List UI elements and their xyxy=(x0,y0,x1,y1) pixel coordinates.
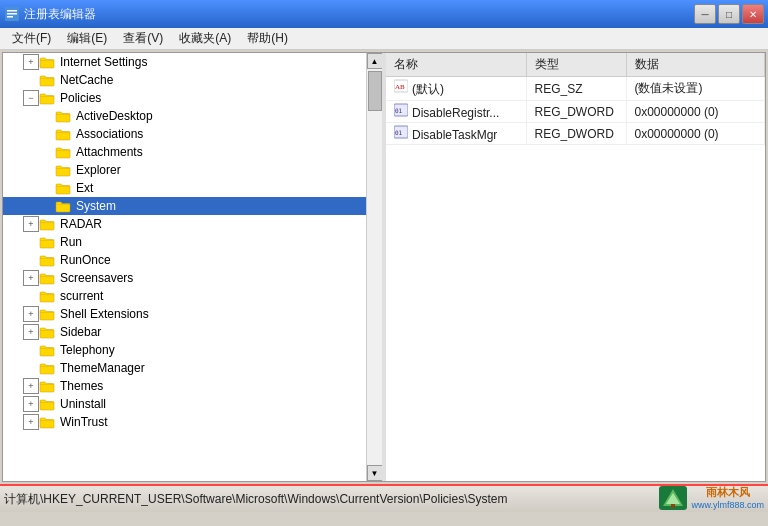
tree-item-runonce[interactable]: RunOnce xyxy=(3,251,366,269)
brand-text-container: 雨林木风 www.ylmf888.com xyxy=(691,485,764,510)
folder-icon-themes xyxy=(39,379,57,393)
tree-item-themes[interactable]: + Themes xyxy=(3,377,366,395)
reg-name-2: 01 DisableTaskMgr xyxy=(386,123,526,145)
expand-btn-policies[interactable]: − xyxy=(23,90,39,106)
tree-label-themes: Themes xyxy=(60,379,103,393)
folder-icon-system xyxy=(55,199,73,213)
tree-label-run: Run xyxy=(60,235,82,249)
col-data[interactable]: 数据 xyxy=(626,53,765,77)
col-type[interactable]: 类型 xyxy=(526,53,626,77)
folder-icon-explorer xyxy=(55,163,73,177)
scroll-thumb[interactable] xyxy=(368,71,382,111)
tree-item-explorer[interactable]: Explorer xyxy=(3,161,366,179)
registry-row-1[interactable]: 01 DisableRegistr...REG_DWORD0x00000000 … xyxy=(386,101,765,123)
maximize-button[interactable]: □ xyxy=(718,4,740,24)
tree-label-thememanager: ThemeManager xyxy=(60,361,145,375)
col-name[interactable]: 名称 xyxy=(386,53,526,77)
reg-data-0: (数值未设置) xyxy=(626,77,765,101)
scroll-up-btn[interactable]: ▲ xyxy=(367,53,383,69)
folder-icon-uninstall xyxy=(39,397,57,411)
watermark: 雨林木风 www.ylmf888.com xyxy=(659,485,764,510)
tree-label-attachments: Attachments xyxy=(76,145,143,159)
tree-item-uninstall[interactable]: + Uninstall xyxy=(3,395,366,413)
window-controls: ─ □ ✕ xyxy=(694,4,764,24)
brand-logo xyxy=(659,486,687,510)
expand-btn-uninstall[interactable]: + xyxy=(23,396,39,412)
reg-name-1: 01 DisableRegistr... xyxy=(386,101,526,123)
tree-item-sidebar[interactable]: + Sidebar xyxy=(3,323,366,341)
reg-data-1: 0x00000000 (0) xyxy=(626,101,765,123)
scroll-down-btn[interactable]: ▼ xyxy=(367,465,383,481)
registry-row-2[interactable]: 01 DisableTaskMgrREG_DWORD0x00000000 (0) xyxy=(386,123,765,145)
tree-item-wintrust[interactable]: + WinTrust xyxy=(3,413,366,431)
tree-item-radar[interactable]: + RADAR xyxy=(3,215,366,233)
tree-label-ext: Ext xyxy=(76,181,93,195)
expand-btn-internet-settings[interactable]: + xyxy=(23,54,39,70)
tree-label-policies: Policies xyxy=(60,91,101,105)
reg-type-2: REG_DWORD xyxy=(526,123,626,145)
tree-label-screensavers: Screensavers xyxy=(60,271,133,285)
brand-name: 雨林木风 xyxy=(706,485,750,500)
tree-item-activedesktop[interactable]: ActiveDesktop xyxy=(3,107,366,125)
tree-item-attachments[interactable]: Attachments xyxy=(3,143,366,161)
tree-item-run[interactable]: Run xyxy=(3,233,366,251)
expand-btn-wintrust[interactable]: + xyxy=(23,414,39,430)
close-button[interactable]: ✕ xyxy=(742,4,764,24)
tree-label-sidebar: Sidebar xyxy=(60,325,101,339)
tree-item-telephony[interactable]: Telephony xyxy=(3,341,366,359)
folder-icon-telephony xyxy=(39,343,57,357)
folder-icon-activedesktop xyxy=(55,109,73,123)
tree-scrollbar[interactable]: ▲ ▼ xyxy=(366,53,382,481)
expand-btn-screensavers[interactable]: + xyxy=(23,270,39,286)
expand-btn-shell-extensions[interactable]: + xyxy=(23,306,39,322)
minimize-button[interactable]: ─ xyxy=(694,4,716,24)
main-content: + Internet Settings NetCache− Policies A… xyxy=(2,52,766,482)
reg-type-1: REG_DWORD xyxy=(526,101,626,123)
svg-rect-13 xyxy=(671,504,675,508)
tree-label-radar: RADAR xyxy=(60,217,102,231)
expand-btn-sidebar[interactable]: + xyxy=(23,324,39,340)
reg-name-0: AB (默认) xyxy=(386,77,526,101)
svg-rect-3 xyxy=(7,16,13,18)
svg-text:AB: AB xyxy=(395,83,405,91)
folder-icon-internet-settings xyxy=(39,55,57,69)
tree-label-wintrust: WinTrust xyxy=(60,415,108,429)
tree-item-associations[interactable]: Associations xyxy=(3,125,366,143)
registry-row-0[interactable]: AB (默认)REG_SZ(数值未设置) xyxy=(386,77,765,101)
menu-view[interactable]: 查看(V) xyxy=(115,28,171,49)
tree-label-internet-settings: Internet Settings xyxy=(60,55,147,69)
folder-icon-runonce xyxy=(39,253,57,267)
menu-file[interactable]: 文件(F) xyxy=(4,28,59,49)
expand-btn-radar[interactable]: + xyxy=(23,216,39,232)
tree-item-policies[interactable]: − Policies xyxy=(3,89,366,107)
tree-item-thememanager[interactable]: ThemeManager xyxy=(3,359,366,377)
reg-dword-icon: 01 xyxy=(394,125,408,139)
reg-type-0: REG_SZ xyxy=(526,77,626,101)
tree-label-associations: Associations xyxy=(76,127,143,141)
tree-item-netcache[interactable]: NetCache xyxy=(3,71,366,89)
menu-edit[interactable]: 编辑(E) xyxy=(59,28,115,49)
tree-label-telephony: Telephony xyxy=(60,343,115,357)
status-bar: 计算机\HKEY_CURRENT_USER\Software\Microsoft… xyxy=(0,484,768,512)
tree-label-explorer: Explorer xyxy=(76,163,121,177)
app-icon xyxy=(4,6,20,22)
status-path: 计算机\HKEY_CURRENT_USER\Software\Microsoft… xyxy=(4,491,764,508)
tree-item-ext[interactable]: Ext xyxy=(3,179,366,197)
reg-dword-icon: 01 xyxy=(394,103,408,117)
tree-panel[interactable]: + Internet Settings NetCache− Policies A… xyxy=(3,53,366,481)
tree-item-shell-extensions[interactable]: + Shell Extensions xyxy=(3,305,366,323)
tree-item-internet-settings[interactable]: + Internet Settings xyxy=(3,53,366,71)
folder-icon-screensavers xyxy=(39,271,57,285)
tree-item-screensavers[interactable]: + Screensavers xyxy=(3,269,366,287)
tree-item-system[interactable]: System xyxy=(3,197,366,215)
svg-text:01: 01 xyxy=(395,129,403,136)
folder-icon-associations xyxy=(55,127,73,141)
menu-favorites[interactable]: 收藏夹(A) xyxy=(171,28,239,49)
folder-icon-radar xyxy=(39,217,57,231)
tree-label-system: System xyxy=(76,199,116,213)
tree-label-uninstall: Uninstall xyxy=(60,397,106,411)
expand-btn-themes[interactable]: + xyxy=(23,378,39,394)
folder-icon-netcache xyxy=(39,73,57,87)
tree-item-scurrent[interactable]: scurrent xyxy=(3,287,366,305)
menu-help[interactable]: 帮助(H) xyxy=(239,28,296,49)
